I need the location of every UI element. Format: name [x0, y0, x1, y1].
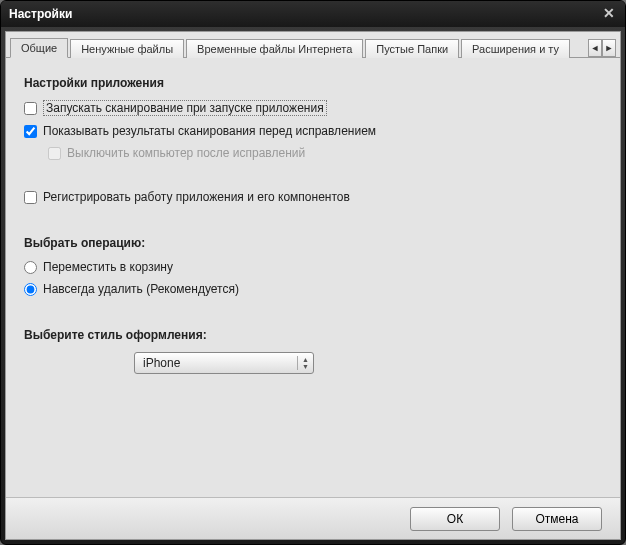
row-delete-forever: Навсегда удалить (Рекомендуется) [24, 282, 602, 296]
checkbox-scan-on-start[interactable] [24, 102, 37, 115]
label-scan-on-start: Запускать сканирование при запуске прило… [43, 100, 327, 116]
chevron-down-icon: ▼ [302, 363, 309, 370]
label-shutdown-after: Выключить компьютер после исправлений [67, 146, 305, 160]
titlebar: Настройки ✕ [1, 1, 625, 27]
checkbox-shutdown-after [48, 147, 61, 160]
row-log-work: Регистрировать работу приложения и его к… [24, 190, 602, 204]
row-show-results: Показывать результаты сканирования перед… [24, 124, 602, 138]
style-select[interactable]: iPhone ▲ ▼ [134, 352, 314, 374]
window-body: Общие Ненужные файлы Временные файлы Инт… [5, 31, 621, 540]
tab-scroll: ◄ ► [588, 39, 616, 57]
close-icon[interactable]: ✕ [601, 6, 617, 22]
tab-content: Настройки приложения Запускать сканирова… [6, 58, 620, 497]
dialog-footer: ОК Отмена [6, 497, 620, 539]
tab-internet-temp[interactable]: Временные файлы Интернета [186, 39, 363, 58]
label-delete-forever: Навсегда удалить (Рекомендуется) [43, 282, 239, 296]
row-shutdown-after: Выключить компьютер после исправлений [48, 146, 602, 160]
tab-scroll-left-icon[interactable]: ◄ [588, 39, 602, 57]
checkbox-log-work[interactable] [24, 191, 37, 204]
tab-scroll-right-icon[interactable]: ► [602, 39, 616, 57]
stepper-icon: ▲ ▼ [297, 356, 309, 370]
checkbox-show-results[interactable] [24, 125, 37, 138]
label-move-trash: Переместить в корзину [43, 260, 173, 274]
section-app-title: Настройки приложения [24, 76, 602, 90]
settings-window: Настройки ✕ Общие Ненужные файлы Временн… [0, 0, 626, 545]
section-style-title: Выберите стиль оформления: [24, 328, 602, 342]
tab-bar: Общие Ненужные файлы Временные файлы Инт… [6, 32, 620, 58]
label-log-work: Регистрировать работу приложения и его к… [43, 190, 350, 204]
section-operation-title: Выбрать операцию: [24, 236, 602, 250]
tab-junk-files[interactable]: Ненужные файлы [70, 39, 184, 58]
style-select-wrap: iPhone ▲ ▼ [134, 352, 602, 374]
radio-delete-forever[interactable] [24, 283, 37, 296]
window-title: Настройки [9, 7, 72, 21]
chevron-up-icon: ▲ [302, 356, 309, 363]
row-move-trash: Переместить в корзину [24, 260, 602, 274]
tab-empty-folders[interactable]: Пустые Папки [365, 39, 459, 58]
style-select-value: iPhone [143, 356, 180, 370]
cancel-button[interactable]: Отмена [512, 507, 602, 531]
tab-extensions[interactable]: Расширения и ту [461, 39, 570, 58]
radio-move-trash[interactable] [24, 261, 37, 274]
ok-button[interactable]: ОК [410, 507, 500, 531]
label-show-results: Показывать результаты сканирования перед… [43, 124, 376, 138]
row-scan-on-start: Запускать сканирование при запуске прило… [24, 100, 602, 116]
tab-general[interactable]: Общие [10, 38, 68, 58]
